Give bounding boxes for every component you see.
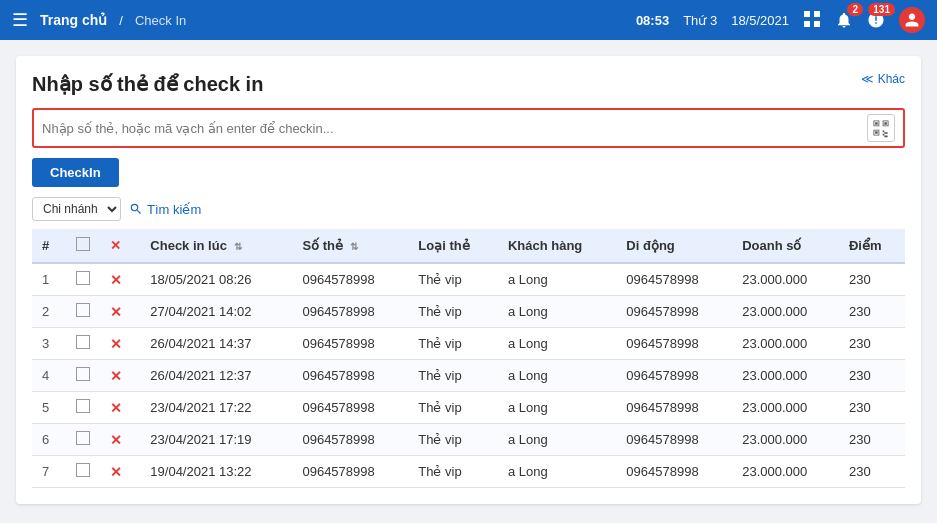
topbar-left: ☰ Trang chủ / Check In <box>12 9 186 31</box>
search-button[interactable]: Tìm kiếm <box>129 202 201 217</box>
cell-so-the: 0964578998 <box>292 263 408 296</box>
cell-delete[interactable]: ✕ <box>100 456 140 488</box>
card-search-row <box>32 108 905 148</box>
card-search-input[interactable] <box>42 117 867 140</box>
delete-icon[interactable]: ✕ <box>110 400 122 416</box>
alert-wrapper[interactable]: 131 <box>867 11 885 29</box>
cell-delete[interactable]: ✕ <box>100 296 140 328</box>
col-loai-the: Loại thẻ <box>408 229 498 263</box>
cell-datetime: 27/04/2021 14:02 <box>140 296 292 328</box>
cell-datetime: 23/04/2021 17:19 <box>140 424 292 456</box>
cell-so-the: 0964578998 <box>292 296 408 328</box>
row-checkbox[interactable] <box>76 463 90 477</box>
cell-datetime: 26/04/2021 12:37 <box>140 360 292 392</box>
col-diem: Điểm <box>839 229 905 263</box>
svg-rect-0 <box>804 11 810 17</box>
col-checkin-luc[interactable]: Check in lúc ⇅ <box>140 229 292 263</box>
khac-link[interactable]: ≪ Khác <box>861 72 905 86</box>
row-checkbox[interactable] <box>76 367 90 381</box>
delete-icon[interactable]: ✕ <box>110 368 122 384</box>
cell-delete[interactable]: ✕ <box>100 424 140 456</box>
cell-khach-hang: a Long <box>498 456 616 488</box>
cell-doanh-so: 23.000.000 <box>732 424 839 456</box>
cell-delete[interactable]: ✕ <box>100 328 140 360</box>
delete-icon[interactable]: ✕ <box>110 432 122 448</box>
delete-icon[interactable]: ✕ <box>110 272 122 288</box>
cell-diem: 230 <box>839 424 905 456</box>
table-row: 6 ✕ 23/04/2021 17:19 0964578998 Thẻ vip … <box>32 424 905 456</box>
cell-diem: 230 <box>839 263 905 296</box>
cell-khach-hang: a Long <box>498 360 616 392</box>
cell-di-dong: 0964578998 <box>616 424 732 456</box>
cell-loai-the: Thẻ vip <box>408 296 498 328</box>
cell-loai-the: Thẻ vip <box>408 424 498 456</box>
cell-datetime: 18/05/2021 08:26 <box>140 263 292 296</box>
table-row: 1 ✕ 18/05/2021 08:26 0964578998 Thẻ vip … <box>32 263 905 296</box>
cell-diem: 230 <box>839 360 905 392</box>
col-checkbox <box>66 229 100 263</box>
cell-so-the: 0964578998 <box>292 360 408 392</box>
row-checkbox[interactable] <box>76 335 90 349</box>
cell-checkbox[interactable] <box>66 296 100 328</box>
cell-diem: 230 <box>839 456 905 488</box>
svg-rect-1 <box>814 11 820 17</box>
cell-di-dong: 0964578998 <box>616 296 732 328</box>
delete-icon[interactable]: ✕ <box>110 336 122 352</box>
cell-doanh-so: 23.000.000 <box>732 296 839 328</box>
cell-loai-the: Thẻ vip <box>408 360 498 392</box>
cell-khach-hang: a Long <box>498 424 616 456</box>
cell-datetime: 23/04/2021 17:22 <box>140 392 292 424</box>
notification-wrapper[interactable]: 2 <box>835 11 853 29</box>
cell-so-the: 0964578998 <box>292 456 408 488</box>
delete-icon[interactable]: ✕ <box>110 464 122 480</box>
topbar-home[interactable]: Trang chủ <box>40 12 107 28</box>
cell-khach-hang: a Long <box>498 328 616 360</box>
cell-delete[interactable]: ✕ <box>100 360 140 392</box>
checkin-table: # ✕ Check in lúc ⇅ Số thẻ ⇅ Loại thẻ Khá… <box>32 229 905 488</box>
cell-di-dong: 0964578998 <box>616 456 732 488</box>
cell-delete[interactable]: ✕ <box>100 392 140 424</box>
row-checkbox[interactable] <box>76 399 90 413</box>
cell-diem: 230 <box>839 296 905 328</box>
qr-icon[interactable] <box>867 114 895 142</box>
col-delete: ✕ <box>100 229 140 263</box>
grid-icon[interactable] <box>803 10 821 31</box>
row-checkbox[interactable] <box>76 303 90 317</box>
topbar-day: Thứ 3 <box>683 13 717 28</box>
col-khach-hang: Khách hàng <box>498 229 616 263</box>
topbar: ☰ Trang chủ / Check In 08:53 Thứ 3 18/5/… <box>0 0 937 40</box>
cell-checkbox[interactable] <box>66 456 100 488</box>
cell-loai-the: Thẻ vip <box>408 328 498 360</box>
cell-doanh-so: 23.000.000 <box>732 456 839 488</box>
row-checkbox[interactable] <box>76 431 90 445</box>
hamburger-icon[interactable]: ☰ <box>12 9 28 31</box>
cell-doanh-so: 23.000.000 <box>732 328 839 360</box>
cell-checkbox[interactable] <box>66 392 100 424</box>
cell-so-the: 0964578998 <box>292 424 408 456</box>
cell-checkbox[interactable] <box>66 328 100 360</box>
delete-icon[interactable]: ✕ <box>110 304 122 320</box>
col-so-the[interactable]: Số thẻ ⇅ <box>292 229 408 263</box>
cell-delete[interactable]: ✕ <box>100 263 140 296</box>
cell-di-dong: 0964578998 <box>616 263 732 296</box>
cell-stt: 7 <box>32 456 66 488</box>
cell-checkbox[interactable] <box>66 263 100 296</box>
user-avatar[interactable] <box>899 7 925 33</box>
cell-loai-the: Thẻ vip <box>408 263 498 296</box>
card-header: Nhập số thẻ để check in ≪ Khác <box>32 72 905 108</box>
checkin-button[interactable]: CheckIn <box>32 158 119 187</box>
topbar-time: 08:53 <box>636 13 669 28</box>
cell-checkbox[interactable] <box>66 360 100 392</box>
table-row: 3 ✕ 26/04/2021 14:37 0964578998 Thẻ vip … <box>32 328 905 360</box>
cell-checkbox[interactable] <box>66 424 100 456</box>
cell-diem: 230 <box>839 328 905 360</box>
header-checkbox[interactable] <box>76 237 90 251</box>
cell-khach-hang: a Long <box>498 296 616 328</box>
filter-row: Chi nhánh Tìm kiếm <box>32 197 905 221</box>
col-stt: # <box>32 229 66 263</box>
topbar-page-label: Check In <box>135 13 186 28</box>
cell-khach-hang: a Long <box>498 263 616 296</box>
svg-rect-3 <box>814 21 820 27</box>
chi-nhanh-select[interactable]: Chi nhánh <box>32 197 121 221</box>
row-checkbox[interactable] <box>76 271 90 285</box>
